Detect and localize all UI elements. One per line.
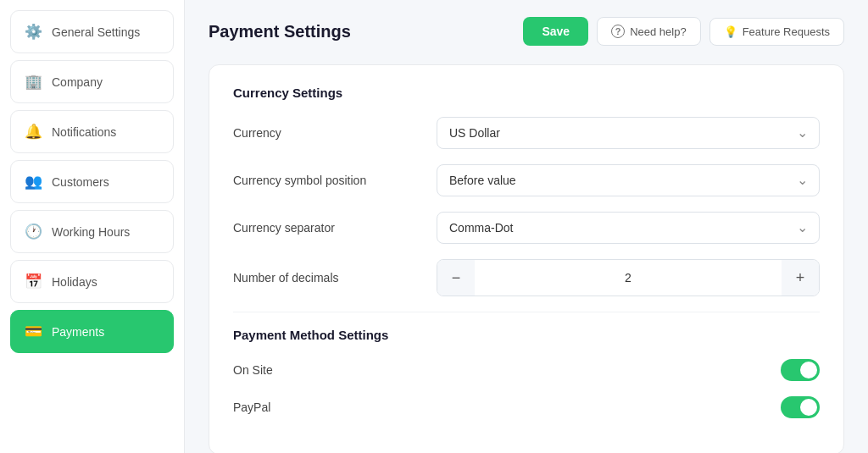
sidebar-item-holidays[interactable]: 📅 Holidays	[10, 260, 174, 303]
building-icon: 🏢	[25, 73, 42, 91]
paypal-row: PayPal	[233, 396, 820, 418]
sidebar-item-label: Company	[52, 75, 103, 89]
symbol-position-label: Currency symbol position	[233, 174, 437, 187]
sidebar-item-company[interactable]: 🏢 Company	[10, 60, 174, 103]
separator-select-wrapper: Comma-Dot Dot-Comma Space-Comma	[437, 212, 820, 244]
separator-row: Currency separator Comma-Dot Dot-Comma S…	[233, 212, 820, 244]
help-icon: ?	[611, 25, 625, 38]
on-site-label: On Site	[233, 363, 273, 377]
sidebar-item-label: Notifications	[52, 125, 116, 139]
sidebar-item-payments[interactable]: 💳 Payments	[10, 310, 174, 353]
sidebar: ⚙️ General Settings 🏢 Company 🔔 Notifica…	[0, 0, 185, 453]
feature-requests-button[interactable]: 💡 Feature Requests	[709, 18, 844, 46]
on-site-toggle[interactable]	[781, 359, 820, 381]
currency-select[interactable]: US Dollar Euro British Pound Japanese Ye…	[437, 117, 820, 149]
sidebar-item-notifications[interactable]: 🔔 Notifications	[10, 110, 174, 153]
currency-control: US Dollar Euro British Pound Japanese Ye…	[437, 117, 820, 149]
settings-card: Currency Settings Currency US Dollar Eur…	[209, 64, 844, 453]
decimals-control: − 2 +	[437, 259, 820, 296]
bulb-icon: 💡	[724, 25, 737, 38]
decimals-row: Number of decimals − 2 +	[233, 259, 820, 296]
sidebar-item-label: Customers	[52, 175, 109, 189]
clock-icon: 🕐	[25, 223, 42, 240]
separator-label: Currency separator	[233, 221, 437, 235]
payment-method-section-title: Payment Method Settings	[233, 328, 820, 342]
on-site-toggle-slider	[781, 359, 820, 381]
header-actions: Save ? Need help? 💡 Feature Requests	[523, 17, 844, 46]
symbol-position-control: Before value After value	[437, 164, 820, 196]
paypal-toggle-slider	[781, 396, 820, 418]
sidebar-item-customers[interactable]: 👥 Customers	[10, 160, 174, 203]
currency-section-title: Currency Settings	[233, 86, 820, 100]
decimals-minus-button[interactable]: −	[437, 260, 475, 296]
card-icon: 💳	[25, 323, 42, 340]
decimals-label: Number of decimals	[233, 271, 437, 285]
section-divider	[233, 312, 820, 312]
need-help-button[interactable]: ? Need help?	[597, 17, 701, 46]
sidebar-item-label: General Settings	[52, 25, 140, 39]
sidebar-item-label: Payments	[52, 325, 104, 339]
gear-icon: ⚙️	[25, 23, 42, 41]
decimals-plus-button[interactable]: +	[782, 260, 819, 296]
page-header: Payment Settings Save ? Need help? 💡 Fea…	[209, 17, 844, 46]
currency-select-wrapper: US Dollar Euro British Pound Japanese Ye…	[437, 117, 820, 149]
save-button[interactable]: Save	[523, 17, 588, 46]
users-icon: 👥	[25, 173, 42, 191]
page-title: Payment Settings	[209, 22, 351, 41]
currency-row: Currency US Dollar Euro British Pound Ja…	[233, 117, 820, 149]
separator-select[interactable]: Comma-Dot Dot-Comma Space-Comma	[437, 212, 820, 244]
paypal-toggle[interactable]	[781, 396, 820, 418]
sidebar-item-label: Holidays	[52, 275, 97, 289]
symbol-position-select[interactable]: Before value After value	[437, 164, 820, 196]
symbol-position-select-wrapper: Before value After value	[437, 164, 820, 196]
separator-control: Comma-Dot Dot-Comma Space-Comma	[437, 212, 820, 244]
calendar-icon: 📅	[25, 273, 42, 290]
sidebar-item-general-settings[interactable]: ⚙️ General Settings	[10, 10, 174, 53]
symbol-position-row: Currency symbol position Before value Af…	[233, 164, 820, 196]
decimals-stepper: − 2 +	[437, 259, 820, 296]
main-content: Payment Settings Save ? Need help? 💡 Fea…	[185, 0, 868, 453]
decimals-value: 2	[475, 271, 782, 285]
paypal-label: PayPal	[233, 401, 270, 414]
sidebar-item-label: Working Hours	[52, 225, 130, 239]
bell-icon: 🔔	[25, 123, 42, 141]
currency-label: Currency	[233, 126, 437, 140]
sidebar-item-working-hours[interactable]: 🕐 Working Hours	[10, 210, 174, 253]
on-site-row: On Site	[233, 359, 820, 381]
